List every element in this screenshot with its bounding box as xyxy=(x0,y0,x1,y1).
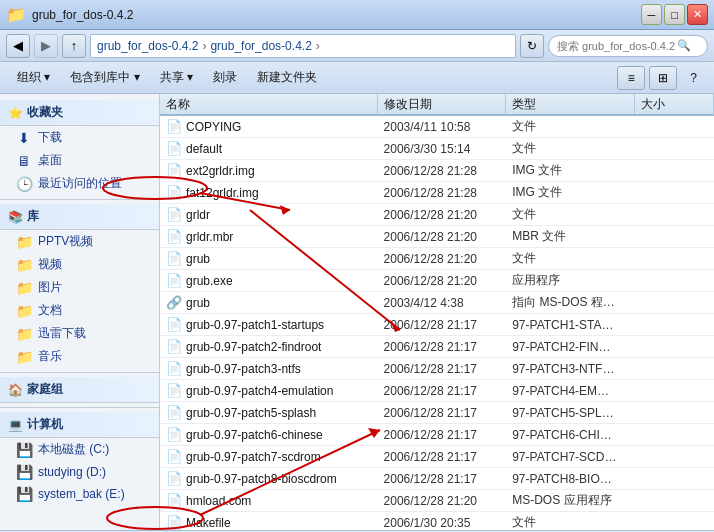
breadcrumb[interactable]: grub_for_dos-0.4.2 › grub_for_dos-0.4.2 … xyxy=(90,34,516,58)
file-type-cell: MS-DOS 应用程序 xyxy=(506,492,635,509)
sidebar-item-e-drive[interactable]: 💾 system_bak (E:) xyxy=(0,483,159,505)
table-row[interactable]: 📄fat12grldr.img2006/12/28 21:28IMG 文件 xyxy=(160,182,714,204)
table-row[interactable]: 📄COPYING2003/4/11 10:58文件 xyxy=(160,116,714,138)
sidebar-divider-3 xyxy=(0,407,159,408)
drive-icon-d: 💾 xyxy=(16,464,32,480)
sidebar-item-music[interactable]: 📁 音乐 xyxy=(0,345,159,368)
breadcrumb-item-2[interactable]: grub_for_dos-0.4.2 xyxy=(210,39,311,53)
file-type-cell: 97-PATCH1-STA… xyxy=(506,318,635,332)
sidebar-item-desktop-label: 桌面 xyxy=(38,152,62,169)
file-name-cell: 📄fat12grldr.img xyxy=(160,185,378,201)
forward-button[interactable]: ▶ xyxy=(34,34,58,58)
table-row[interactable]: 📄grub-0.97-patch1-startups2006/12/28 21:… xyxy=(160,314,714,336)
sidebar-item-c-drive[interactable]: 💾 本地磁盘 (C:) xyxy=(0,438,159,461)
file-name-cell: 📄grub-0.97-patch2-findroot xyxy=(160,339,378,355)
homegroup-label: 家庭组 xyxy=(27,381,63,398)
sidebar-item-downloads-label: 下载 xyxy=(38,129,62,146)
breadcrumb-sep: › xyxy=(202,39,206,53)
file-type-cell: 文件 xyxy=(506,250,635,267)
sidebar-item-d-drive[interactable]: 💾 studying (D:) xyxy=(0,461,159,483)
folder-icon-video: 📁 xyxy=(16,257,32,273)
details-button[interactable]: ⊞ xyxy=(649,66,677,90)
organize-button[interactable]: 组织 ▾ xyxy=(8,65,59,90)
sidebar-item-thunder[interactable]: 📁 迅雷下载 xyxy=(0,322,159,345)
table-row[interactable]: 📄default2006/3/30 15:14文件 xyxy=(160,138,714,160)
file-name-cell: 📄grub-0.97-patch3-ntfs xyxy=(160,361,378,377)
sidebar-item-video-label: 视频 xyxy=(38,256,62,273)
table-row[interactable]: 📄grub-0.97-patch7-scdrom2006/12/28 21:17… xyxy=(160,446,714,468)
table-row[interactable]: 📄grub-0.97-patch2-findroot2006/12/28 21:… xyxy=(160,336,714,358)
file-icon: 📄 xyxy=(166,339,182,355)
breadcrumb-item-1[interactable]: grub_for_dos-0.4.2 xyxy=(97,39,198,53)
table-row[interactable]: 📄grub-0.97-patch6-chinese2006/12/28 21:1… xyxy=(160,424,714,446)
sidebar: ⭐ 收藏夹 ⬇ 下载 🖥 桌面 🕒 最近访问的位置 xyxy=(0,94,160,530)
sidebar-item-docs[interactable]: 📁 文档 xyxy=(0,299,159,322)
table-row[interactable]: 📄grldr.mbr2006/12/28 21:20MBR 文件 xyxy=(160,226,714,248)
col-header-name[interactable]: 名称 xyxy=(160,94,378,114)
file-name: Makefile xyxy=(186,516,231,530)
homegroup-group[interactable]: 🏠 家庭组 xyxy=(0,377,159,403)
sidebar-item-desktop[interactable]: 🖥 桌面 xyxy=(0,149,159,172)
sidebar-item-downloads[interactable]: ⬇ 下载 xyxy=(0,126,159,149)
col-header-date[interactable]: 修改日期 xyxy=(378,94,507,114)
file-name-cell: 📄grldr xyxy=(160,207,378,223)
file-icon: 📄 xyxy=(166,207,182,223)
maximize-button[interactable]: □ xyxy=(664,4,685,25)
table-row[interactable]: 📄grub-0.97-patch8-bioscdrom2006/12/28 21… xyxy=(160,468,714,490)
view-button[interactable]: ≡ xyxy=(617,66,645,90)
file-date-cell: 2006/12/28 21:17 xyxy=(378,472,507,486)
sidebar-item-recent[interactable]: 🕒 最近访问的位置 xyxy=(0,172,159,195)
title-text: grub_for_dos-0.4.2 xyxy=(32,8,133,22)
file-date-cell: 2006/12/28 21:20 xyxy=(378,252,507,266)
search-icon: 🔍 xyxy=(677,39,691,52)
sidebar-item-pptv[interactable]: 📁 PPTV视频 xyxy=(0,230,159,253)
file-date-cell: 2006/12/28 21:17 xyxy=(378,406,507,420)
download-icon: ⬇ xyxy=(16,130,32,146)
file-date-cell: 2006/12/28 21:17 xyxy=(378,340,507,354)
share-button[interactable]: 共享 ▾ xyxy=(151,65,202,90)
table-row[interactable]: 📄grub-0.97-patch3-ntfs2006/12/28 21:1797… xyxy=(160,358,714,380)
back-button[interactable]: ◀ xyxy=(6,34,30,58)
new-folder-button[interactable]: 新建文件夹 xyxy=(248,65,326,90)
close-button[interactable]: ✕ xyxy=(687,4,708,25)
burn-button[interactable]: 刻录 xyxy=(204,65,246,90)
table-row[interactable]: 📄grub.exe2006/12/28 21:20应用程序 xyxy=(160,270,714,292)
file-type-cell: 97-PATCH4-EM… xyxy=(506,384,635,398)
file-icon: 📄 xyxy=(166,471,182,487)
drive-icon-e: 💾 xyxy=(16,486,32,502)
table-row[interactable]: 📄ext2grldr.img2006/12/28 21:28IMG 文件 xyxy=(160,160,714,182)
search-box[interactable]: 🔍 xyxy=(548,35,708,57)
file-date-cell: 2006/12/28 21:28 xyxy=(378,186,507,200)
file-name-cell: 📄ext2grldr.img xyxy=(160,163,378,179)
computer-group[interactable]: 💻 计算机 xyxy=(0,412,159,438)
sidebar-item-d-label: studying (D:) xyxy=(38,465,106,479)
help-button[interactable]: ? xyxy=(681,67,706,89)
table-row[interactable]: 📄grldr2006/12/28 21:20文件 xyxy=(160,204,714,226)
sidebar-item-video[interactable]: 📁 视频 xyxy=(0,253,159,276)
search-input[interactable] xyxy=(557,40,677,52)
homegroup-icon: 🏠 xyxy=(8,383,23,397)
file-name-cell: 📄grub-0.97-patch6-chinese xyxy=(160,427,378,443)
table-row[interactable]: 📄grub-0.97-patch4-emulation2006/12/28 21… xyxy=(160,380,714,402)
computer-icon: 💻 xyxy=(8,418,23,432)
favorites-group[interactable]: ⭐ 收藏夹 xyxy=(0,100,159,126)
library-group[interactable]: 📚 库 xyxy=(0,204,159,230)
sidebar-item-pictures[interactable]: 📁 图片 xyxy=(0,276,159,299)
table-row[interactable]: 📄hmload.com2006/12/28 21:20MS-DOS 应用程序 xyxy=(160,490,714,512)
refresh-button[interactable]: ↻ xyxy=(520,34,544,58)
file-icon: 📄 xyxy=(166,317,182,333)
table-row[interactable]: 📄Makefile2006/1/30 20:35文件 xyxy=(160,512,714,530)
file-type-cell: 应用程序 xyxy=(506,272,635,289)
col-header-type[interactable]: 类型 xyxy=(506,94,635,114)
file-name: fat12grldr.img xyxy=(186,186,259,200)
up-button[interactable]: ↑ xyxy=(62,34,86,58)
include-library-button[interactable]: 包含到库中 ▾ xyxy=(61,65,148,90)
col-header-size[interactable]: 大小 xyxy=(635,94,714,114)
table-row[interactable]: 📄grub-0.97-patch5-splash2006/12/28 21:17… xyxy=(160,402,714,424)
table-row[interactable]: 🔗grub2003/4/12 4:38指向 MS-DOS 程… xyxy=(160,292,714,314)
file-date-cell: 2006/12/28 21:17 xyxy=(378,362,507,376)
table-row[interactable]: 📄grub2006/12/28 21:20文件 xyxy=(160,248,714,270)
file-date-cell: 2006/12/28 21:20 xyxy=(378,494,507,508)
minimize-button[interactable]: ─ xyxy=(641,4,662,25)
file-name-cell: 📄Makefile xyxy=(160,515,378,531)
